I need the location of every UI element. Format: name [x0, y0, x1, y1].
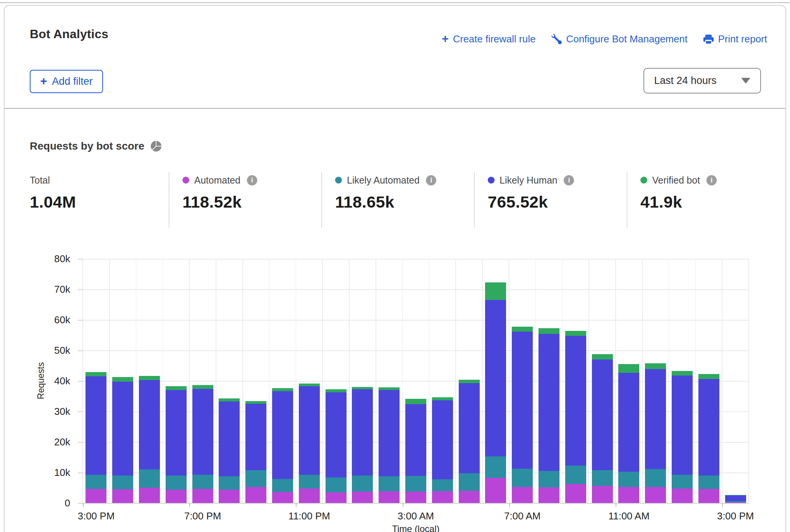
bar-segment-likely-human	[192, 389, 213, 475]
gridline-v	[642, 259, 643, 503]
x-tick-mark	[616, 503, 616, 507]
gridline-v	[349, 259, 350, 503]
bar-segment-likely-automated	[485, 456, 506, 478]
bar-segment-likely-automated	[405, 476, 426, 492]
gridline-h	[83, 259, 749, 260]
verified-bot-legend-dot	[640, 177, 647, 184]
y-tick-label: 30k	[31, 406, 70, 418]
bar-segment-automated	[538, 487, 559, 503]
gridline-v	[588, 259, 589, 503]
bot-analytics-card: Bot Analytics + Create firewall rule Con…	[4, 5, 786, 532]
bar-segment-automated	[272, 492, 293, 503]
gridline-v	[455, 259, 456, 503]
create-firewall-rule-link[interactable]: + Create firewall rule	[442, 33, 536, 45]
x-tick-mark	[509, 503, 510, 507]
bar-segment-verified-bot	[459, 380, 480, 384]
bar-segment-likely-automated	[645, 469, 666, 487]
stat-verified-bot-label: Verified bot	[652, 175, 700, 186]
info-icon[interactable]: i	[706, 175, 717, 185]
info-icon[interactable]: i	[564, 175, 574, 185]
gridline-v	[376, 259, 376, 503]
wrench-icon	[551, 34, 562, 44]
bar-segment-verified-bot	[725, 495, 746, 495]
bar-segment-verified-bot	[272, 388, 293, 391]
bar-segment-likely-human	[592, 360, 613, 470]
chevron-down-icon	[741, 78, 750, 84]
print-report-link[interactable]: Print report	[703, 33, 767, 45]
bar-segment-likely-automated	[698, 476, 719, 489]
x-tick-label: 3:00 AM	[398, 510, 434, 522]
bar-segment-likely-human	[326, 392, 347, 477]
likely-automated-legend-dot	[335, 177, 342, 184]
gridline-v	[695, 259, 696, 503]
bar-segment-verified-bot	[645, 363, 666, 369]
bar-segment-likely-human	[85, 376, 106, 475]
bar-segment-verified-bot	[112, 377, 133, 381]
stat-total: Total 1.04M	[30, 174, 163, 211]
bar-segment-verified-bot	[299, 384, 320, 386]
bar-segment-automated	[725, 502, 746, 503]
bar-segment-likely-automated	[245, 470, 266, 487]
bar-segment-verified-bot	[85, 372, 106, 376]
y-tick-label: 20k	[31, 436, 70, 448]
info-icon[interactable]: i	[247, 175, 257, 185]
bar-segment-likely-human	[272, 391, 293, 479]
bar-segment-likely-human	[459, 383, 480, 473]
time-range-select[interactable]: Last 24 hours	[643, 68, 761, 94]
bar-segment-likely-automated	[725, 501, 746, 502]
configure-bot-management-link[interactable]: Configure Bot Management	[551, 33, 687, 45]
bar-segment-likely-automated	[326, 477, 347, 492]
bar-segment-likely-human	[432, 400, 453, 479]
y-tick-label: 70k	[31, 284, 70, 295]
configure-bot-management-label: Configure Bot Management	[566, 33, 687, 45]
stat-divider	[474, 172, 475, 228]
y-tick-mark	[78, 381, 83, 382]
page-title: Bot Analytics	[30, 27, 108, 41]
stat-divider	[321, 172, 322, 228]
y-tick-mark	[78, 259, 83, 260]
bar-segment-verified-bot	[512, 327, 533, 332]
bar-segment-automated	[645, 487, 666, 503]
x-tick-label: 7:00 AM	[504, 510, 540, 522]
gridline-v	[562, 259, 563, 503]
bar-segment-automated	[352, 492, 373, 503]
bar-segment-likely-automated	[192, 475, 213, 489]
bar-segment-automated	[672, 488, 693, 503]
bar-segment-automated	[592, 486, 613, 503]
y-tick-label: 10k	[31, 467, 70, 479]
bar-segment-automated	[219, 490, 240, 503]
bar-segment-verified-bot	[379, 387, 400, 390]
y-tick-label: 80k	[31, 253, 70, 265]
y-tick-mark	[78, 503, 83, 504]
y-tick-label: 60k	[31, 314, 70, 326]
bar-segment-automated	[459, 491, 480, 503]
bar-segment-likely-automated	[272, 479, 293, 492]
gridline-h	[83, 320, 749, 321]
gridline-v	[429, 259, 430, 503]
x-tick-label: 7:00 PM	[184, 510, 221, 522]
bar-segment-likely-human	[698, 379, 719, 476]
section-title: Requests by bot score	[30, 140, 161, 152]
y-tick-label: 0	[31, 497, 70, 509]
bar-segment-likely-automated	[618, 472, 639, 487]
bar-segment-verified-bot	[166, 386, 187, 390]
x-tick-label: 11:00 PM	[289, 510, 330, 522]
bar-segment-verified-bot	[485, 282, 506, 300]
stat-verified-bot-value: 41.9k	[640, 193, 774, 211]
stat-likely-human: Likely Human i 765.52k	[488, 174, 621, 211]
bar-segment-likely-human	[512, 332, 533, 469]
gridline-h	[83, 503, 749, 504]
bar-segment-likely-human	[379, 390, 400, 476]
stat-likely-automated-value: 118.65k	[335, 193, 469, 211]
gridline-v	[615, 259, 616, 503]
add-filter-button[interactable]: + Add filter	[30, 70, 103, 93]
bar-segment-likely-automated	[166, 476, 187, 490]
bar-segment-verified-bot	[432, 397, 453, 400]
header-divider	[5, 108, 785, 109]
gridline-v	[189, 259, 190, 503]
section-title-text: Requests by bot score	[30, 140, 144, 152]
bar-segment-likely-human	[245, 404, 266, 470]
y-tick-mark	[78, 350, 83, 351]
bar-segment-automated	[166, 490, 187, 503]
info-icon[interactable]: i	[426, 175, 436, 185]
